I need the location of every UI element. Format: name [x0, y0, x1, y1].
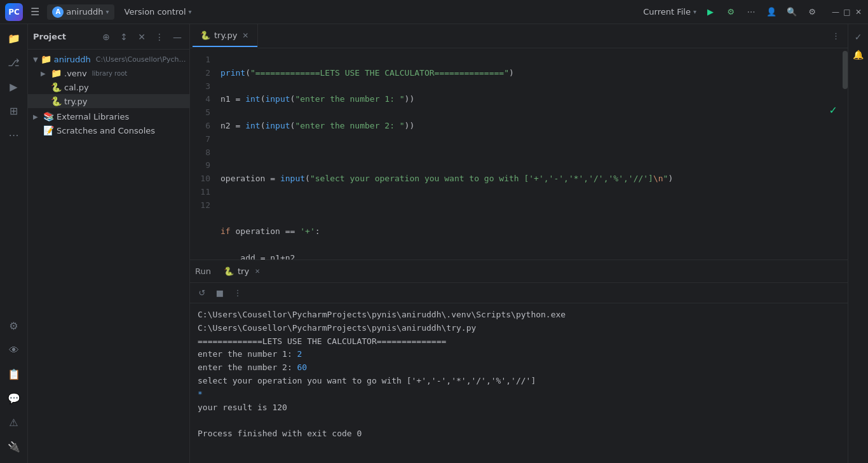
- editor-scrollbar[interactable]: [843, 48, 848, 259]
- tree-label-external-libs: External Libraries: [57, 112, 129, 121]
- avatar: A: [52, 6, 64, 18]
- code-content[interactable]: print("=============LETS USE THE CALCULA…: [215, 48, 848, 259]
- code-line-6: [220, 199, 848, 212]
- terminal-panel: Run 🐍 try ✕ ↺ ■ ⋮ C:\Users\Cousellor\Py: [190, 259, 848, 463]
- app-logo: PC: [5, 3, 23, 21]
- terminal-output-empty: [198, 414, 840, 427]
- python-tab-icon: 🐍: [200, 31, 210, 40]
- scratches-icon: 📝: [43, 125, 54, 135]
- profile-name: aniruddh: [66, 7, 103, 17]
- collab-icon: 👤: [766, 7, 776, 17]
- terminal-output[interactable]: C:\Users\Cousellor\PycharmProjects\pynis…: [190, 303, 848, 463]
- title-bar: PC ☰ A aniruddh ▾ Version control ▾ Curr…: [0, 0, 868, 24]
- commit-icon[interactable]: ✓: [851, 29, 866, 45]
- search-icon: 🔍: [787, 7, 797, 17]
- sidebar-item-preview[interactable]: 👁: [3, 338, 25, 361]
- sidebar-item-git[interactable]: ⎇: [3, 51, 25, 74]
- sidebar-item-plugins[interactable]: ⊞: [3, 99, 25, 122]
- run-button[interactable]: ▶: [702, 3, 719, 21]
- terminal-output-process: Process finished with exit code 0: [198, 427, 840, 441]
- tree-item-root[interactable]: ▼ 📁 aniruddh C:\Users\Cousellor\PycharmP…: [28, 52, 189, 66]
- sidebar-item-terminal[interactable]: 📋: [3, 363, 25, 385]
- stop-button[interactable]: ■: [213, 286, 227, 300]
- tree-label-venv: .venv: [64, 69, 87, 78]
- hamburger-menu[interactable]: ☰: [28, 3, 42, 20]
- editor-split: 1 2 3 4 5 6 7 8 9 10 11 12 print("======…: [190, 48, 848, 463]
- sidebar-item-run[interactable]: ▶: [3, 75, 25, 98]
- python-file-icon: 🐍: [51, 96, 62, 106]
- chevron-right-icon: ▶: [33, 113, 41, 120]
- sidebar-item-more[interactable]: ⋯: [3, 123, 25, 146]
- sidebar-item-project[interactable]: 📁: [3, 27, 25, 50]
- terminal-output-line-6: your result is 120: [198, 401, 840, 415]
- vcs-dropdown-icon: ▾: [189, 8, 192, 15]
- terminal-toolbar: ↺ ■ ⋮: [190, 283, 848, 303]
- library-icon: 📚: [43, 111, 54, 121]
- tabs-more-button[interactable]: ⋮: [827, 29, 845, 43]
- tree-label-scratches: Scratches and Consoles: [57, 126, 155, 135]
- vcs-label: Version control: [125, 7, 186, 17]
- collapse-panel-button[interactable]: —: [170, 30, 184, 44]
- tree-item-venv[interactable]: ▶ 📁 .venv library root: [28, 66, 189, 80]
- tab-close-button[interactable]: ✕: [241, 31, 250, 40]
- maximize-button[interactable]: □: [843, 8, 851, 17]
- current-file-dropdown-icon: ▾: [693, 8, 696, 15]
- terminal-tab-close[interactable]: ✕: [253, 267, 262, 275]
- sidebar-item-messages[interactable]: 💬: [3, 387, 25, 410]
- sidebar-item-plugins2[interactable]: 🔌: [3, 435, 25, 458]
- tree-label-try: try.py: [64, 97, 87, 106]
- more-icon: ⋯: [747, 7, 756, 17]
- main-layout: 📁 ⎇ ▶ ⊞ ⋯ ⚙ 👁 📋 💬 ⚠ 🔌 Project ⊕ ↕ ✕ ⋮ —: [0, 24, 868, 463]
- editor-area: 🐍 try.py ✕ ⋮ 1 2 3 4 5 6: [190, 24, 848, 463]
- project-title: Project: [33, 32, 95, 41]
- sidebar-item-settings[interactable]: ⚙: [3, 314, 25, 337]
- terminal-more-button[interactable]: ⋮: [231, 286, 245, 300]
- code-line-8: add = n1+n2: [220, 252, 848, 259]
- close-button[interactable]: ✕: [854, 8, 863, 17]
- profile-button[interactable]: A aniruddh ▾: [47, 4, 114, 20]
- vcs-button[interactable]: Version control ▾: [119, 5, 197, 18]
- restart-button[interactable]: ↺: [195, 286, 209, 300]
- debug-button[interactable]: ⚙: [722, 3, 740, 21]
- sidebar-item-problems[interactable]: ⚠: [3, 411, 25, 434]
- collab-button[interactable]: 👤: [763, 3, 780, 21]
- terminal-output-line-1: =============LETS USE THE CALCULATOR====…: [198, 335, 840, 349]
- more-project-button[interactable]: ⋮: [153, 30, 166, 44]
- tree-item-try[interactable]: ▶ 🐍 try.py: [28, 94, 189, 108]
- tab-label: try.py: [214, 31, 237, 40]
- notification-icon[interactable]: 🔔: [851, 47, 866, 62]
- search-button[interactable]: 🔍: [783, 3, 801, 21]
- tree-item-scratches[interactable]: ▶ 📝 Scratches and Consoles: [28, 123, 189, 137]
- current-file-button[interactable]: Current File ▾: [643, 7, 696, 17]
- inline-check-icon: ✓: [829, 104, 837, 116]
- tree-item-cal[interactable]: ▶ 🐍 cal.py: [28, 80, 189, 94]
- python-file-icon: 🐍: [51, 82, 62, 92]
- sort-button[interactable]: ↕: [117, 30, 131, 44]
- close-panel-button[interactable]: ✕: [135, 30, 149, 44]
- current-file-label: Current File: [643, 7, 691, 17]
- more-button[interactable]: ⋯: [742, 3, 760, 21]
- terminal-output-line-4: select your operation you want to go wit…: [198, 375, 840, 388]
- terminal-tab-label: try: [238, 266, 249, 276]
- minimize-button[interactable]: —: [831, 8, 840, 17]
- terminal-tab-try[interactable]: 🐍 try ✕: [219, 264, 268, 279]
- line-numbers: 1 2 3 4 5 6 7 8 9 10 11 12: [190, 48, 215, 259]
- chevron-right-icon: ▶: [41, 70, 48, 77]
- content-area: Project ⊕ ↕ ✕ ⋮ — ▼ 📁 aniruddh C:\Users\…: [28, 24, 868, 463]
- settings-icon: ⚙: [808, 7, 816, 17]
- add-file-button[interactable]: ⊕: [99, 30, 113, 44]
- terminal-tabs: Run 🐍 try ✕: [190, 260, 848, 283]
- project-header: Project ⊕ ↕ ✕ ⋮ —: [28, 24, 189, 50]
- terminal-cmd-line: C:\Users\Cousellor\PycharmProjects\pynis…: [198, 308, 840, 335]
- folder-icon: 📁: [51, 68, 62, 78]
- tab-try-py[interactable]: 🐍 try.py ✕: [193, 24, 258, 48]
- terminal-tab-icon: 🐍: [224, 266, 234, 276]
- code-line-1: print("=============LETS USE THE CALCULA…: [220, 67, 848, 80]
- settings-button[interactable]: ⚙: [803, 3, 821, 21]
- terminal-output-line-2: enter the number 1: 2: [198, 348, 840, 361]
- profile-dropdown-icon: ▾: [106, 8, 109, 15]
- tree-path-root: C:\Users\Cousellor\PycharmProjects\pynis…: [96, 55, 187, 64]
- code-editor[interactable]: 1 2 3 4 5 6 7 8 9 10 11 12 print("======…: [190, 48, 848, 259]
- debug-icon: ⚙: [727, 7, 735, 17]
- tree-item-external-libs[interactable]: ▶ 📚 External Libraries: [28, 109, 189, 123]
